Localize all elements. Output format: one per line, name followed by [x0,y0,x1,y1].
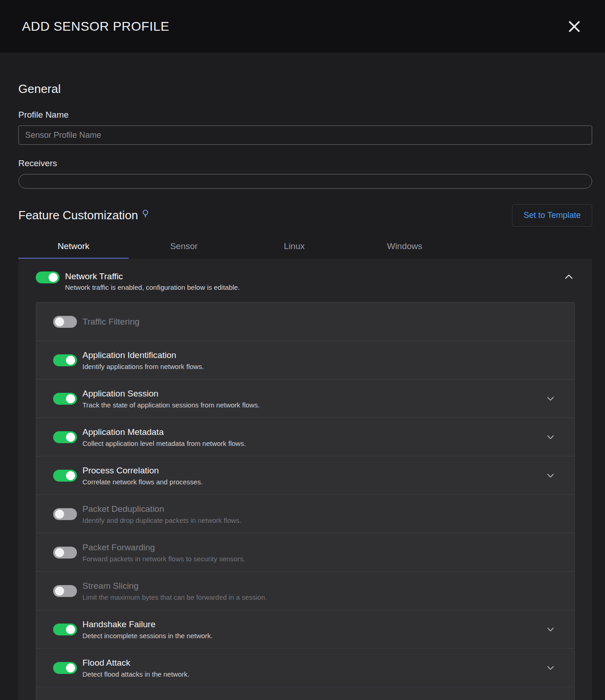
feature-description: Identify applications from network flows… [82,363,204,370]
feature-row: Application Metadata Collect application… [36,418,574,456]
feature-row: Packet Deduplication Identify and drop d… [36,495,574,533]
feature-row: Flood Attack Detect flood attacks in the… [36,649,574,687]
expand-feature-button[interactable] [547,435,554,440]
collapse-section-button[interactable] [565,274,573,279]
feature-title: Application Session [82,389,260,399]
receivers-label: Receivers [18,158,592,168]
feature-title: Handshake Failure [82,619,213,629]
feature-title: Packet Forwarding [82,543,245,553]
feature-title: Traffic Filtering [82,317,140,327]
feature-tabs: NetworkSensorLinuxWindows [18,235,592,259]
feature-toggle[interactable] [53,662,77,674]
feature-row: Process Correlation Correlate network fl… [36,456,574,495]
chevron-down-icon [547,473,554,478]
feature-toggle[interactable] [53,393,77,405]
feature-row: Application Identification Identify appl… [36,341,574,380]
network-tab-panel: Network Traffic Network traffic is enabl… [18,259,592,700]
feature-description: Limit the maximum bytes that can be forw… [82,593,267,601]
feature-description: Collect application level metadata from … [82,440,246,447]
network-traffic-description: Network traffic is enabled, configuratio… [65,283,240,291]
partial-feature-row [36,687,574,700]
modal-body: General Profile Name Receivers Feature C… [0,82,605,700]
feature-title: Stream Slicing [82,581,267,591]
feature-title: Process Correlation [82,466,203,476]
profile-name-input[interactable] [18,125,592,145]
toggle-knob [66,356,75,365]
feature-row: Application Session Track the state of a… [36,380,574,418]
feature-title: Packet Deduplication [82,504,241,514]
tab-windows[interactable]: Windows [349,235,460,259]
modal-title: ADD SENSOR PROFILE [22,19,169,34]
feature-description: Forward packets in network flows to secu… [82,555,245,563]
feature-toggle[interactable] [53,585,77,597]
profile-name-label: Profile Name [18,110,592,120]
network-traffic-title: Network Traffic [65,271,240,282]
feature-description: Detect incomplete sessions in the networ… [82,632,213,640]
feature-toggle[interactable] [53,508,77,520]
chevron-down-icon [547,396,554,401]
set-to-template-button[interactable]: Set to Template [512,204,592,227]
chevron-down-icon [547,666,554,670]
toggle-knob [66,625,75,634]
network-traffic-master-row: Network Traffic Network traffic is enabl… [18,259,592,291]
lightbulb-hint-icon [142,209,149,219]
toggle-knob [66,663,75,673]
feature-description: Correlate network flows and processes. [82,478,203,486]
toggle-knob [55,586,64,596]
close-button[interactable] [567,19,582,34]
feature-description: Detect flood attacks in the network. [82,670,189,678]
toggle-knob [49,273,58,282]
network-traffic-toggle[interactable] [36,271,60,283]
feature-row: Packet Forwarding Forward packets in net… [36,533,574,572]
feature-customization-heading: Feature Customization [18,208,138,222]
feature-customization-header: Feature Customization Set to Template [18,204,592,227]
feature-title: Flood Attack [82,658,189,668]
expand-feature-button[interactable] [547,666,554,670]
toggle-knob [55,510,64,519]
receivers-input[interactable] [18,174,592,189]
tab-network[interactable]: Network [18,235,129,259]
feature-title: Application Identification [82,350,204,360]
toggle-knob [55,548,64,557]
modal-header: ADD SENSOR PROFILE [0,0,605,53]
expand-feature-button[interactable] [547,627,554,632]
toggle-knob [66,394,75,403]
feature-toggle[interactable] [53,354,77,366]
feature-list: Traffic Filtering Application Identifica… [36,302,575,700]
chevron-down-icon [547,627,554,632]
tab-linux[interactable]: Linux [239,235,349,259]
feature-row: Traffic Filtering [36,303,574,341]
toggle-knob [66,433,75,442]
feature-description: Identify and drop duplicate packets in n… [82,516,241,524]
general-heading: General [18,82,592,96]
toggle-knob [55,317,64,326]
expand-feature-button[interactable] [547,396,554,401]
feature-row: Handshake Failure Detect incomplete sess… [36,610,574,649]
close-icon [567,20,581,33]
feature-row: Stream Slicing Limit the maximum bytes t… [36,572,574,610]
feature-toggle[interactable] [53,624,77,635]
feature-toggle[interactable] [53,470,77,482]
expand-feature-button[interactable] [547,473,554,478]
feature-toggle[interactable] [53,431,77,443]
feature-toggle[interactable] [53,316,77,328]
chevron-down-icon [547,435,554,440]
chevron-up-icon [565,274,573,279]
feature-title: Application Metadata [82,427,246,437]
tab-sensor[interactable]: Sensor [129,235,239,259]
feature-toggle[interactable] [53,547,77,559]
toggle-knob [66,471,75,480]
feature-description: Track the state of application sessions … [82,401,260,409]
